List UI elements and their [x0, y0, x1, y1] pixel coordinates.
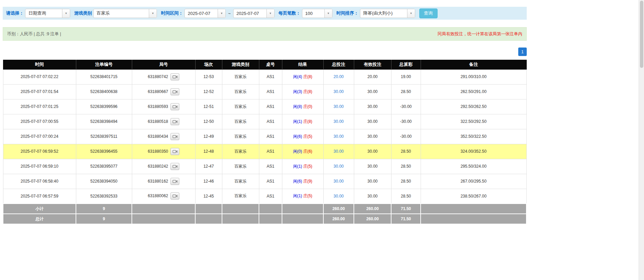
round-id: 631880350	[148, 149, 168, 153]
date-from-select[interactable]: 2025-07-07 ▼	[184, 9, 226, 18]
player-result: 闲(1)	[293, 164, 302, 169]
session-cell: 12-47	[195, 159, 222, 174]
total-bet-cell: 30.00	[323, 114, 354, 129]
table-row[interactable]: 2025-07-07 06:58:40522638394050631880162…	[3, 174, 526, 189]
payout-cell: 28.50	[391, 84, 421, 99]
total-bet-link[interactable]: 30.00	[334, 89, 344, 94]
round-id: 631880742	[148, 74, 168, 79]
round-id: 631880667	[148, 89, 168, 94]
video-replay-icon[interactable]	[170, 88, 179, 95]
table-row[interactable]: 2025-07-07 06:57:59522638392533631880062…	[3, 189, 526, 204]
subtotal-result-cell	[282, 204, 323, 214]
column-header-remark: 备注	[421, 60, 526, 69]
total-bet-link[interactable]: 30.00	[334, 134, 344, 139]
per-page-select[interactable]: 100 ▼	[302, 9, 333, 18]
result-cell: 闲(6) 庄(9)	[282, 174, 323, 189]
bets-table: 时间注单编号局号场次游戏类别桌号结果总投注有效投注总派彩备注 2025-07-0…	[3, 60, 527, 224]
time-cell: 2025-07-07 06:58:40	[3, 174, 76, 189]
result-cell: 闲(1) 庄(8)	[282, 114, 323, 129]
total-bet-link[interactable]: 30.00	[334, 164, 344, 169]
bet-id-cell: 522638395077	[76, 159, 132, 174]
total-bet-link[interactable]: 30.00	[334, 149, 344, 154]
video-replay-icon[interactable]	[170, 192, 179, 200]
chevron-down-icon[interactable]: ▼	[407, 9, 415, 18]
video-replay-icon[interactable]	[170, 103, 179, 110]
chevron-down-icon[interactable]: ▼	[218, 9, 225, 18]
table-row[interactable]: 2025-07-07 06:59:52522638396455631880350…	[3, 144, 526, 159]
scrollbar-thumb[interactable]	[640, 1, 643, 68]
session-cell: 12-51	[195, 99, 222, 114]
valid-bet-cell: 30.00	[354, 114, 391, 129]
chevron-down-icon[interactable]: ▼	[266, 9, 274, 18]
total-bet-link[interactable]: 30.00	[334, 179, 344, 184]
query-type-select[interactable]: 日期查询 ▼	[25, 9, 70, 18]
table-row[interactable]: 2025-07-07 07:02:22522638401715631880742…	[3, 69, 526, 84]
subtotal-bet-id-cell: 9	[76, 204, 132, 214]
game-type-value: 百家乐	[94, 10, 149, 16]
table-row[interactable]: 2025-07-07 07:01:25522638399596631880593…	[3, 99, 526, 114]
vertical-scrollbar[interactable]	[639, 0, 644, 280]
date-to-select[interactable]: 2025-07-07 ▼	[233, 9, 275, 18]
total-bet-link[interactable]: 30.00	[334, 119, 344, 124]
time-cell: 2025-07-07 07:01:54	[3, 84, 76, 99]
video-replay-icon[interactable]	[170, 178, 179, 185]
column-header-valid-bet: 有效投注	[354, 60, 391, 69]
video-replay-icon[interactable]	[170, 133, 179, 140]
grand-total-payout-cell: 71.50	[391, 214, 421, 224]
time-cell: 2025-07-07 07:01:25	[3, 99, 76, 114]
game-type-label: 游戏类别	[74, 10, 92, 16]
time-sort-select[interactable]: 降幂(由大到小) ▼	[360, 9, 415, 18]
chevron-down-icon[interactable]: ▼	[324, 9, 332, 18]
session-cell: 12-46	[195, 174, 222, 189]
result-cell: 闲(4) 庄(8)	[282, 69, 323, 84]
table-no-cell: AS1	[259, 99, 282, 114]
total-bet-cell: 30.00	[323, 129, 354, 144]
result-cell: 闲(8) 庄(0)	[282, 99, 323, 114]
filter-bar: 请选择： 日期查询 ▼ 游戏类别 百家乐 ▼ 时间区间： 2025-07-07 …	[3, 7, 527, 20]
round-cell: 631880742	[132, 69, 195, 84]
subtotal-valid-bet-cell: 260.00	[354, 204, 391, 214]
result-cell: 闲(6) 庄(5)	[282, 129, 323, 144]
game-type-cell: 百家乐	[222, 129, 259, 144]
remark-cell: 292.50/262.50	[421, 99, 526, 114]
valid-bet-cell: 30.00	[354, 84, 391, 99]
remark-cell: 295.50/324.00	[421, 159, 526, 174]
table-row[interactable]: 2025-07-07 07:01:54522638400638631880667…	[3, 84, 526, 99]
table-row[interactable]: 2025-07-07 07:00:55522638398494631880518…	[3, 114, 526, 129]
pagination-page-1[interactable]: 1	[518, 48, 527, 56]
chevron-down-icon[interactable]: ▼	[149, 9, 157, 18]
player-result: 闲(6)	[293, 134, 302, 139]
subtotal-game-cell	[222, 204, 259, 214]
banker-result: 庄(5)	[303, 193, 313, 198]
chevron-down-icon[interactable]: ▼	[62, 9, 70, 18]
game-type-cell: 百家乐	[222, 189, 259, 204]
session-cell: 12-49	[195, 129, 222, 144]
total-bet-cell: 30.00	[323, 84, 354, 99]
video-replay-icon[interactable]	[170, 163, 179, 170]
payout-cell: -30.00	[391, 99, 421, 114]
payout-cell: -30.00	[391, 129, 421, 144]
query-button[interactable]: 查询	[419, 8, 438, 18]
video-replay-icon[interactable]	[170, 118, 179, 125]
table-no-cell: AS1	[259, 174, 282, 189]
video-replay-icon[interactable]	[170, 148, 179, 155]
total-bet-link[interactable]: 20.00	[334, 74, 344, 79]
total-bet-cell: 30.00	[323, 174, 354, 189]
grand-total-time-cell: 总计	[3, 214, 76, 224]
table-row[interactable]: 2025-07-07 07:00:24522638397511631880434…	[3, 129, 526, 144]
time-cell: 2025-07-07 06:57:59	[3, 189, 76, 204]
table-row[interactable]: 2025-07-07 06:59:10522638395077631880242…	[3, 159, 526, 174]
subtotal-table-no-cell	[259, 204, 282, 214]
round-cell: 631880242	[132, 159, 195, 174]
total-bet-link[interactable]: 30.00	[334, 104, 344, 109]
total-bet-link[interactable]: 30.00	[334, 194, 344, 199]
banker-result: 庄(8)	[303, 89, 313, 94]
player-result: 闲(1)	[293, 119, 302, 124]
round-cell: 631880434	[132, 129, 195, 144]
banker-result: 庄(8)	[303, 74, 313, 79]
per-page-value: 100	[302, 11, 324, 16]
round-id: 631880518	[148, 119, 168, 124]
banker-result: 庄(8)	[303, 119, 313, 124]
game-type-select[interactable]: 百家乐 ▼	[93, 9, 157, 18]
video-replay-icon[interactable]	[170, 73, 179, 80]
